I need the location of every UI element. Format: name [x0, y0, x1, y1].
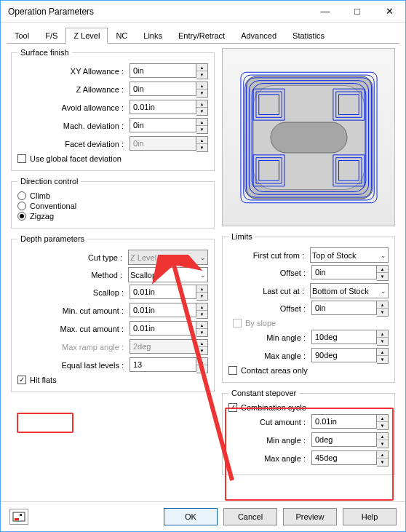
tab-tool[interactable]: Tool — [7, 28, 37, 44]
spin-down-icon[interactable]: ▼ — [377, 356, 388, 363]
spin-up-icon[interactable]: ▲ — [196, 119, 207, 126]
cs-min-angle-label: Min angle : — [228, 436, 309, 445]
spin-down-icon[interactable]: ▼ — [196, 126, 207, 133]
svg-rect-11 — [20, 514, 22, 516]
spin-down-icon[interactable]: ▼ — [196, 311, 207, 318]
toolpath-preview — [222, 48, 395, 226]
spin-up-icon[interactable]: ▲ — [196, 285, 207, 293]
min-cut-label: Min. cut amount : — [17, 306, 127, 315]
method-label: Method : — [17, 271, 125, 279]
tab-links[interactable]: Links — [135, 28, 170, 44]
limit-max-angle-input[interactable] — [311, 348, 377, 362]
last-cut-label: Last cut at : — [228, 287, 307, 295]
spin-up-icon: ▲ — [196, 137, 207, 144]
by-slope-label: By slope — [245, 319, 276, 327]
minimize-button[interactable]: — — [309, 1, 341, 22]
radio-zigzag[interactable]: Zigzag — [17, 212, 208, 221]
max-ramp-label: Max ramp angle : — [17, 343, 127, 352]
spin-up-icon[interactable]: ▲ — [196, 64, 207, 71]
spin-up-icon[interactable]: ▲ — [196, 100, 207, 108]
offset1-label: Offset : — [228, 269, 309, 277]
contact-areas-label: Contact areas only — [241, 366, 308, 375]
spin-up-icon[interactable]: ▲ — [196, 82, 207, 90]
checkbox-icon — [228, 366, 237, 375]
ok-button[interactable]: OK — [164, 508, 218, 525]
radio-icon — [17, 191, 26, 200]
tab-statistics[interactable]: Statistics — [284, 28, 333, 44]
checkbox-icon: ✓ — [17, 376, 26, 384]
cs-min-angle-input[interactable] — [311, 432, 377, 447]
limit-min-angle-label: Min angle : — [228, 333, 309, 342]
tab-zlevel[interactable]: Z Level — [65, 28, 108, 44]
maximize-button[interactable]: □ — [341, 1, 373, 22]
xy-allow-input[interactable] — [130, 63, 196, 78]
limits-group: Limits First cut from : Top of Stock⌄ Of… — [222, 232, 395, 383]
spin-up-icon[interactable]: ▲ — [377, 330, 388, 338]
radio-conventional[interactable]: Conventional — [17, 202, 208, 210]
spin-down-icon[interactable]: ▼ — [196, 108, 207, 115]
cs-max-angle-input[interactable] — [311, 450, 377, 465]
spin-down-icon[interactable]: ▼ — [196, 293, 207, 300]
chevron-down-icon: ⌄ — [381, 252, 386, 259]
tab-advanced[interactable]: Advanced — [233, 28, 284, 44]
equal-last-input[interactable] — [130, 357, 196, 372]
status-icon[interactable] — [9, 509, 28, 525]
chevron-down-icon: ⌄ — [200, 254, 206, 261]
offset2-input[interactable] — [311, 301, 377, 315]
tab-entry[interactable]: Entry/Retract — [170, 28, 233, 44]
contact-areas-checkbox[interactable]: Contact areas only — [228, 366, 389, 375]
last-cut-select[interactable]: Bottom of Stock⌄ — [310, 283, 389, 298]
radio-climb[interactable]: Climb — [17, 191, 208, 200]
cancel-button[interactable]: Cancel — [223, 508, 277, 525]
spin-down-icon[interactable]: ▼ — [196, 90, 207, 97]
method-select[interactable]: Scallop⌄ — [128, 267, 208, 282]
spin-down-icon[interactable]: ▼ — [377, 309, 388, 316]
spin-up-icon[interactable]: ▲ — [377, 415, 388, 422]
cs-cut-amount-input[interactable] — [311, 414, 377, 429]
avoid-allow-label: Avoid allowance : — [17, 103, 127, 112]
spin-up-icon[interactable]: ▲ — [377, 349, 388, 356]
spin-down-icon[interactable]: ▼ — [196, 365, 207, 373]
close-button[interactable]: ✕ — [373, 1, 405, 22]
chevron-down-icon: ⌄ — [381, 287, 386, 295]
preview-button[interactable]: Preview — [283, 508, 337, 525]
offset1-input[interactable] — [311, 265, 377, 279]
select-value: Z Level — [130, 253, 156, 262]
spin-up-icon[interactable]: ▲ — [196, 322, 207, 329]
spin-down-icon[interactable]: ▼ — [196, 329, 207, 336]
spin-up-icon[interactable]: ▲ — [377, 433, 388, 440]
tab-fs[interactable]: F/S — [37, 28, 65, 44]
spin-down-icon[interactable]: ▼ — [377, 440, 388, 448]
max-cut-input[interactable] — [130, 321, 196, 336]
mach-dev-input[interactable] — [130, 118, 196, 132]
direction-legend: Direction control — [17, 177, 81, 186]
combination-cycle-checkbox[interactable]: ✓Combination cycle — [228, 403, 389, 412]
tab-nc[interactable]: NC — [108, 28, 135, 44]
spin-up-icon[interactable]: ▲ — [377, 266, 388, 273]
max-cut-label: Max. cut amount : — [17, 325, 127, 333]
spin-down-icon[interactable]: ▼ — [377, 338, 388, 345]
spin-up-icon[interactable]: ▲ — [377, 451, 388, 458]
spin-down-icon[interactable]: ▼ — [377, 273, 388, 280]
spin-up-icon: ▲ — [196, 340, 207, 347]
help-button[interactable]: Help — [343, 508, 397, 525]
spin-down-icon[interactable]: ▼ — [377, 422, 388, 429]
hit-flats-checkbox[interactable]: ✓Hit flats — [17, 376, 208, 384]
window-title: Operation Parameters — [8, 7, 309, 17]
spin-up-icon[interactable]: ▲ — [196, 303, 207, 311]
z-allow-input[interactable] — [130, 82, 196, 96]
avoid-allow-input[interactable] — [130, 100, 196, 114]
limit-min-angle-input[interactable] — [311, 330, 377, 344]
select-value: Top of Stock — [312, 251, 357, 260]
spin-up-icon[interactable]: ▲ — [377, 301, 388, 309]
spin-down-icon[interactable]: ▼ — [196, 71, 207, 79]
first-cut-select[interactable]: Top of Stock⌄ — [310, 247, 389, 263]
min-cut-input[interactable] — [130, 303, 196, 317]
spin-up-icon[interactable]: ▲ — [196, 358, 207, 365]
scallop-input[interactable] — [130, 285, 196, 299]
z-allow-label: Z Allowance : — [17, 85, 127, 94]
svg-rect-10 — [15, 518, 19, 520]
use-global-facet-checkbox[interactable]: Use global facet deviation — [17, 154, 208, 163]
first-cut-label: First cut from : — [228, 251, 307, 260]
spin-down-icon[interactable]: ▼ — [377, 458, 388, 466]
